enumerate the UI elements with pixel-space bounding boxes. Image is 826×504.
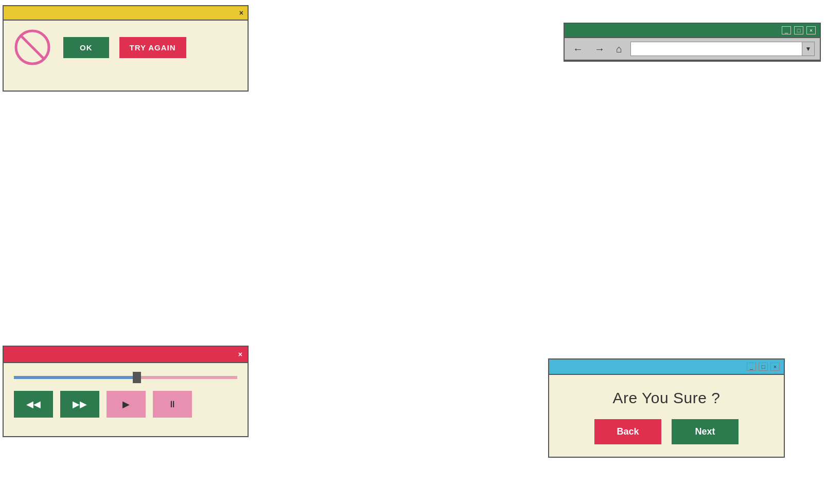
browser-forward-button[interactable]: → bbox=[591, 42, 608, 56]
seek-thumb[interactable] bbox=[133, 372, 141, 383]
confirm-dialog-body: Are You Sure ? Back Next bbox=[549, 375, 784, 457]
browser-titlebar: _ □ × bbox=[565, 24, 820, 38]
seek-track bbox=[14, 376, 237, 379]
rewind-button[interactable]: ◀◀ bbox=[14, 391, 53, 418]
media-player-body: ◀◀ ▶▶ ▶ ⏸ bbox=[4, 363, 248, 425]
address-dropdown-button[interactable]: ▼ bbox=[802, 42, 814, 56]
browser-back-button[interactable]: ← bbox=[570, 42, 586, 56]
browser-close-button[interactable]: × bbox=[806, 26, 816, 34]
try-again-button[interactable]: TRY AGAIN bbox=[119, 37, 186, 58]
confirm-close-button[interactable]: × bbox=[770, 363, 780, 371]
next-button[interactable]: Next bbox=[672, 419, 739, 444]
error-dialog: × OK TRY AGAIN bbox=[3, 5, 249, 92]
media-controls: ◀◀ ▶▶ ▶ ⏸ bbox=[14, 391, 237, 418]
ok-button[interactable]: OK bbox=[63, 37, 109, 58]
address-bar-input[interactable] bbox=[631, 42, 802, 56]
play-button[interactable]: ▶ bbox=[107, 391, 146, 418]
error-close-button[interactable]: × bbox=[239, 9, 243, 17]
error-buttons: OK TRY AGAIN bbox=[63, 37, 186, 58]
browser-window: _ □ × ← → ⌂ ▼ bbox=[564, 23, 821, 62]
error-dialog-titlebar: × bbox=[4, 6, 248, 21]
seek-bar[interactable] bbox=[14, 372, 237, 383]
browser-restore-button[interactable]: □ bbox=[794, 26, 803, 34]
svg-line-1 bbox=[21, 36, 44, 59]
browser-minimize-button[interactable]: _ bbox=[782, 26, 791, 34]
confirm-dialog: _ □ × Are You Sure ? Back Next bbox=[548, 358, 785, 458]
pause-button[interactable]: ⏸ bbox=[153, 391, 192, 418]
confirm-restore-button[interactable]: □ bbox=[759, 363, 768, 371]
confirm-dialog-titlebar: _ □ × bbox=[549, 359, 784, 375]
address-bar-wrapper: ▼ bbox=[630, 42, 815, 56]
error-dialog-body: OK TRY AGAIN bbox=[4, 21, 248, 74]
confirm-buttons: Back Next bbox=[594, 419, 739, 444]
fast-forward-button[interactable]: ▶▶ bbox=[60, 391, 99, 418]
browser-home-button[interactable]: ⌂ bbox=[613, 42, 625, 56]
browser-navbar: ← → ⌂ ▼ bbox=[565, 38, 820, 61]
media-player: × ◀◀ ▶▶ ▶ ⏸ bbox=[3, 346, 249, 437]
seek-filled bbox=[14, 376, 137, 379]
back-button[interactable]: Back bbox=[594, 419, 661, 444]
no-entry-icon bbox=[14, 29, 51, 66]
confirm-message: Are You Sure ? bbox=[613, 389, 720, 407]
media-player-titlebar: × bbox=[4, 347, 248, 363]
confirm-minimize-button[interactable]: _ bbox=[747, 363, 756, 371]
media-close-button[interactable]: × bbox=[238, 350, 242, 358]
